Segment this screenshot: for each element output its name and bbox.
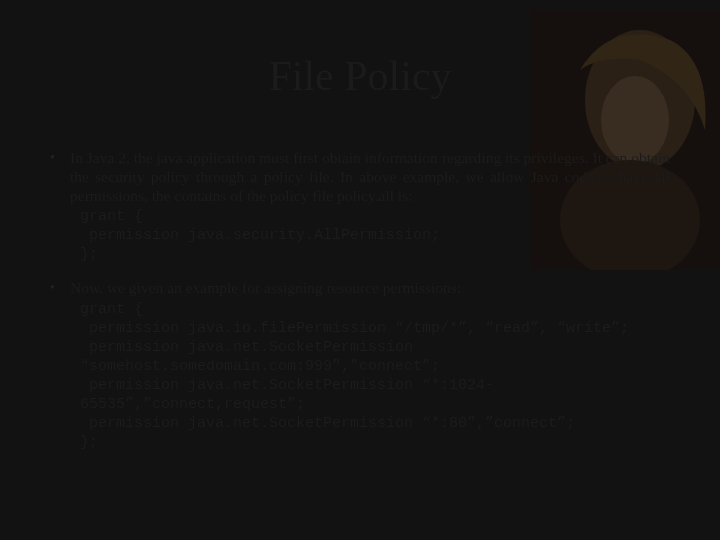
- slide-title: File Policy: [0, 52, 720, 100]
- code-block-1: grant { permission java.security.AllPerm…: [80, 207, 670, 264]
- slide-body: • In Java 2, the java application must f…: [50, 148, 670, 452]
- bullet-marker: •: [50, 278, 70, 298]
- bullet-2: • Now, we given an example for assigning…: [50, 278, 670, 298]
- slide: File Policy • In Java 2, the java applic…: [0, 0, 720, 540]
- code-block-2: grant { permission java.io.filePermissio…: [80, 300, 670, 452]
- bullet-marker: •: [50, 148, 70, 205]
- bullet-1-text: In Java 2, the java application must fir…: [70, 148, 670, 205]
- bullet-2-text: Now, we given an example for assigning r…: [70, 278, 670, 298]
- bullet-1: • In Java 2, the java application must f…: [50, 148, 670, 205]
